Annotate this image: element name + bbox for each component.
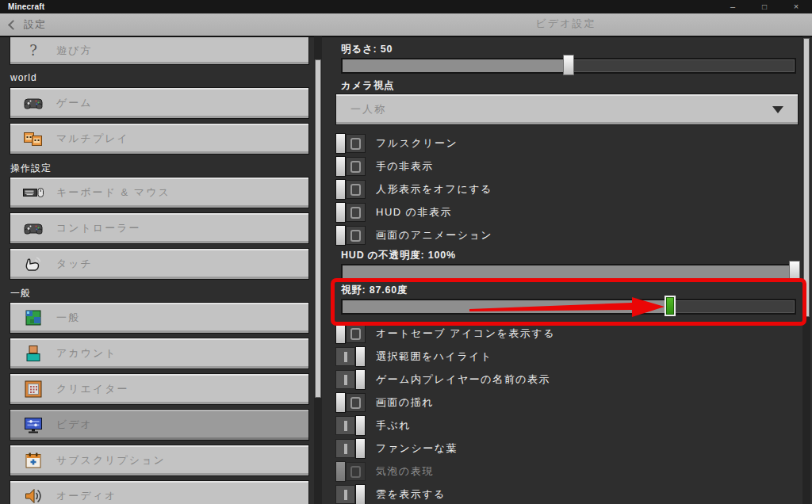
toggle-row: 手ぶれ [335,415,802,436]
toggle-label: ファンシーな葉 [376,441,458,456]
sidebar-item-label: 一般 [56,311,80,325]
toggle-knob [355,369,366,390]
slider-fill [343,300,670,313]
dropdown-selected-value: 一人称 [350,102,386,116]
back-chevron-icon [8,20,18,30]
close-button[interactable]: × [780,0,812,13]
settings-sidebar: ?遊び方worldゲームマルチプレイ操作設定キーボード & マウスコントローラー… [10,36,309,504]
back-button[interactable]: 設定 [10,17,46,32]
toggle-off[interactable] [335,133,366,154]
sidebar-item-label: アカウント [56,346,117,361]
sidebar-item-touch[interactable]: タッチ [10,248,309,280]
creator-icon [21,379,45,399]
sidebar-item-subscription[interactable]: サブスクリプション [10,445,309,476]
maximize-button[interactable]: □ [749,0,780,13]
hud-opacity-slider[interactable] [341,264,796,280]
slider-fill [343,265,795,278]
hud-opacity-slider-handle[interactable] [789,261,800,281]
sidebar-item-account[interactable]: アカウント [10,338,309,369]
panel-scrollbar-thumb[interactable] [803,38,810,317]
page-title: ビデオ設定 [329,13,802,34]
account-icon [21,343,45,364]
toggle-list-top: フルスクリーン手の非表示人形表示をオフにするHUD の非表示画面のアニメーション [335,133,802,248]
toggle-off[interactable] [335,202,366,223]
toggle-knob [335,225,346,246]
app-title: Minecraft [8,2,44,11]
fov-label: 視野: 87.60度 [341,284,408,297]
chevron-down-icon [772,106,783,113]
question-icon: ? [21,40,45,61]
toggle-row: 気泡の表現 [335,461,802,482]
camera-perspective-dropdown[interactable]: 一人称 [335,94,799,125]
toggle-state-box [346,134,366,153]
toggle-on-icon [344,352,347,362]
sidebar-item-label: ゲーム [56,96,93,110]
toggle-on[interactable] [335,369,366,390]
toggle-row: 雲を表示する [335,484,802,504]
toggle-knob [355,415,366,436]
toggle-state-box [346,393,366,412]
toggle-state-box [346,157,366,176]
sidebar-item-controller[interactable]: コントローラー [10,212,309,244]
toggle-off[interactable] [335,323,366,344]
toggle-row: 選択範囲をハイライト [335,346,802,367]
toggle-knob [355,438,366,459]
sidebar-item-globe[interactable]: 一般 [10,302,309,334]
sidebar-item-label: コントローラー [56,221,141,235]
controller-icon [21,218,45,239]
toggle-off[interactable] [335,179,366,200]
minimize-button[interactable]: – [717,0,749,13]
toggle-row: HUD の非表示 [335,202,802,223]
toggle-label: 人形表示をオフにする [376,182,492,197]
toggle-off-icon [350,184,361,196]
toggle-on-icon [344,490,347,500]
sidebar-scrollbar[interactable] [314,36,322,504]
toggle-on-icon [344,444,347,454]
sidebar-scrollbar-thumb[interactable] [315,59,321,398]
panel-scrollbar[interactable] [802,36,810,504]
gamepad-icon [21,93,45,113]
sidebar-item-gamepad[interactable]: ゲーム [10,87,309,119]
touch-icon [21,254,45,274]
toggle-on[interactable] [335,346,366,367]
toggle-knob [335,323,346,344]
toggle-state-box [335,370,355,389]
slider-fill [343,59,569,72]
sidebar-item-label: オーディオ [56,489,117,503]
toggle-state-box [335,347,355,366]
toggle-row: 人形表示をオフにする [335,179,802,200]
toggle-off[interactable] [335,156,366,177]
toggle-label: オートセーブ アイコンを表示する [376,326,555,341]
audio-icon [21,486,45,504]
sidebar-item-question[interactable]: ?遊び方 [10,36,309,65]
toggle-off-icon [350,397,361,409]
sidebar-item-label: 遊び方 [56,44,92,58]
toggle-state-box [346,462,366,481]
sidebar-item-video[interactable]: ビデオ [10,409,309,441]
toggle-on[interactable] [335,438,366,459]
toggle-off-icon [350,138,361,150]
toggle-knob [335,392,346,413]
sidebar-item-creator[interactable]: クリエイター [10,373,309,405]
toggle-row: 画面の揺れ [335,392,802,413]
toggle-knob [335,133,346,154]
sidebar-section-label: world [10,72,309,83]
toggle-state-box [346,324,366,343]
globe-icon [21,307,45,328]
brightness-slider-handle[interactable] [563,55,574,75]
sidebar-item-multiplayer[interactable]: マルチプレイ [10,123,309,155]
toggle-on[interactable] [335,484,366,504]
window-controls: – □ × [717,0,812,13]
toggle-off[interactable] [335,225,366,246]
toggle-row: ファンシーな葉 [335,438,802,459]
fov-slider[interactable] [341,299,796,315]
toggle-off-icon [350,328,361,340]
sidebar-item-label: タッチ [56,257,93,271]
fov-slider-handle[interactable] [665,296,676,316]
toggle-state-box [335,416,355,435]
sidebar-item-audio[interactable]: オーディオ [10,480,309,504]
toggle-on[interactable] [335,415,366,436]
toggle-off[interactable] [335,392,366,413]
sidebar-item-keyboard-mouse[interactable]: キーボード & マウス [10,177,309,208]
brightness-slider[interactable] [341,58,796,74]
